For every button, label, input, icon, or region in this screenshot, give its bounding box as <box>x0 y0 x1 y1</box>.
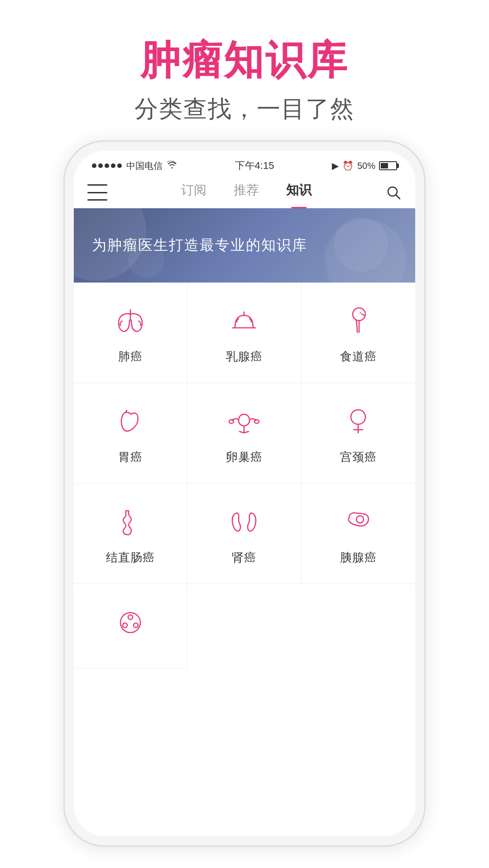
phone-screen: 中国电信 下午4:15 ▶ ⏰ 50% <box>74 151 415 836</box>
svg-point-15 <box>123 623 127 628</box>
pancreas-icon <box>338 502 379 542</box>
search-button[interactable] <box>385 184 402 201</box>
status-bar: 中国电信 下午4:15 ▶ ⏰ 50% <box>74 151 415 177</box>
esophagus-label: 食道癌 <box>340 349 377 364</box>
liver-icon <box>110 602 151 643</box>
colon-label: 结直肠癌 <box>106 550 155 566</box>
page-header: 肿瘤知识库 分类查找，一目了然 <box>0 0 489 143</box>
cervix-label: 宫颈癌 <box>340 449 377 465</box>
cancer-item-breast[interactable]: 乳腺癌 <box>187 283 301 383</box>
esophagus-icon <box>338 301 379 341</box>
svg-point-11 <box>356 516 364 523</box>
svg-point-5 <box>229 420 234 423</box>
svg-point-6 <box>254 420 259 423</box>
tab-knowledge[interactable]: 知识 <box>286 182 312 203</box>
page-title-sub: 分类查找，一目了然 <box>0 93 489 125</box>
lung-icon <box>110 301 151 341</box>
ovary-icon <box>224 401 264 442</box>
battery-icon <box>379 161 397 170</box>
svg-line-1 <box>396 195 400 199</box>
svg-point-13 <box>128 615 133 619</box>
cancer-item-colon[interactable]: 结直肠癌 <box>74 484 187 584</box>
cancer-item-kidney[interactable]: 肾癌 <box>187 484 301 584</box>
svg-point-0 <box>388 187 397 196</box>
svg-point-4 <box>360 312 361 314</box>
cervix-icon <box>338 401 379 442</box>
cancer-item-stomach[interactable]: 胃癌 <box>74 383 187 484</box>
banner: 为肿瘤医生打造最专业的知识库 <box>74 208 415 283</box>
phone-frame: 中国电信 下午4:15 ▶ ⏰ 50% <box>63 140 426 847</box>
status-left: 中国电信 <box>92 160 177 172</box>
cancer-item-ovary[interactable]: 卵巢癌 <box>187 383 301 484</box>
svg-point-14 <box>134 623 138 628</box>
wifi-icon <box>167 161 177 171</box>
menu-button[interactable] <box>87 184 107 201</box>
lung-label: 肺癌 <box>118 349 143 364</box>
cancer-item-cervix[interactable]: 宫颈癌 <box>302 383 415 484</box>
page-title-main: 肿瘤知识库 <box>0 36 489 84</box>
banner-text: 为肿瘤医生打造最专业的知识库 <box>92 235 397 255</box>
svg-point-7 <box>351 410 365 424</box>
nav-tabs: 订阅 推荐 知识 <box>107 182 385 203</box>
cancer-item-esophagus[interactable]: 食道癌 <box>302 283 415 383</box>
colon-icon <box>110 502 151 542</box>
status-right: ▶ ⏰ 50% <box>332 160 397 171</box>
breast-icon <box>224 301 264 341</box>
carrier-label: 中国电信 <box>126 160 163 172</box>
cancer-item-liver[interactable] <box>74 584 187 669</box>
ovary-label: 卵巢癌 <box>226 449 263 465</box>
breast-label: 乳腺癌 <box>226 349 263 364</box>
cancer-item-lung[interactable]: 肺癌 <box>74 283 187 383</box>
cancer-item-pancreas[interactable]: 胰腺癌 <box>302 484 415 584</box>
status-time: 下午4:15 <box>235 159 274 173</box>
alarm-icon: ⏰ <box>342 160 354 171</box>
kidney-icon <box>224 502 264 542</box>
pancreas-label: 胰腺癌 <box>340 550 377 566</box>
tab-subscription[interactable]: 订阅 <box>181 182 206 203</box>
tab-recommend[interactable]: 推荐 <box>234 182 259 203</box>
stomach-icon <box>110 401 151 442</box>
svg-point-12 <box>120 613 140 633</box>
nav-bar: 订阅 推荐 知识 <box>74 177 415 208</box>
kidney-label: 肾癌 <box>232 550 256 566</box>
battery-pct: 50% <box>357 161 375 171</box>
cancer-grid: 肺癌 乳腺癌 <box>74 283 415 669</box>
signal-dots <box>92 163 122 168</box>
stomach-label: 胃癌 <box>118 449 143 465</box>
location-icon: ▶ <box>332 160 339 171</box>
